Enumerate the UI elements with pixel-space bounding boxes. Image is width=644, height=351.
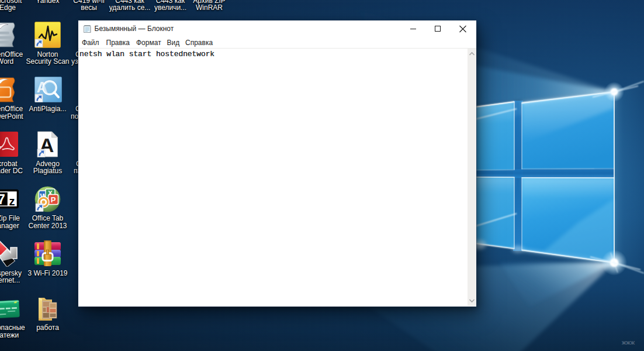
svg-text:жжж: жжж [622,339,635,346]
svg-text:z: z [9,194,15,207]
svg-text:P: P [51,195,56,204]
svg-text:7: 7 [0,191,5,207]
